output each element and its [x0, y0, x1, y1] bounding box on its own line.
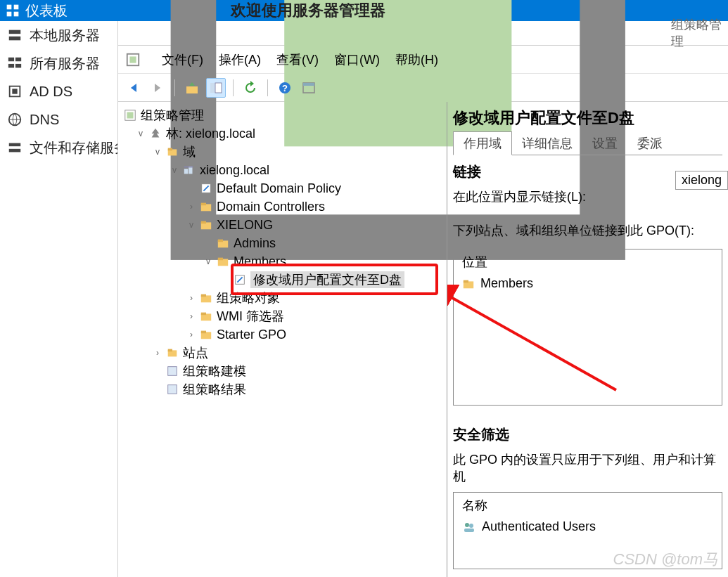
- spacer: [152, 365, 163, 377]
- nav-label: 所有服务器: [30, 54, 100, 73]
- tree-forest[interactable]: 林: xielong.local: [166, 125, 255, 142]
- expander-icon[interactable]: ›: [186, 201, 197, 212]
- forward-button[interactable]: [148, 78, 167, 98]
- location-list[interactable]: 位置 Members: [453, 249, 722, 406]
- svg-rect-5: [9, 37, 21, 41]
- left-nav: 本地服务器 所有服务器 AD DS DNS 文件和存储服务: [0, 21, 118, 577]
- tree-ou-members[interactable]: Members: [234, 254, 286, 269]
- expander-icon[interactable]: v: [152, 146, 163, 157]
- svg-rect-30: [184, 169, 188, 174]
- expander-icon[interactable]: ›: [152, 347, 163, 358]
- nav-item-dns[interactable]: DNS: [0, 105, 117, 134]
- nav-item-all-servers[interactable]: 所有服务器: [0, 49, 117, 77]
- separator: [233, 79, 234, 96]
- svg-rect-8: [8, 64, 14, 68]
- tree-pane: 组策略管理 v 林: xielong.local v 域: [118, 102, 447, 577]
- menu-help[interactable]: 帮助(H): [395, 51, 438, 68]
- tree-results[interactable]: 组策略结果: [183, 381, 246, 398]
- help-icon: ?: [278, 81, 292, 95]
- svg-rect-20: [210, 83, 215, 93]
- tree-gpo-selected[interactable]: 修改域用户配置文件至D盘: [250, 271, 404, 288]
- up-button[interactable]: [182, 78, 202, 98]
- svg-rect-11: [12, 89, 17, 93]
- expander-icon[interactable]: v: [186, 219, 197, 231]
- help-button[interactable]: ?: [275, 78, 295, 98]
- svg-text:?: ?: [282, 83, 288, 93]
- nav-item-files[interactable]: 文件和存储服务: [0, 134, 117, 162]
- domain-icon: [183, 164, 196, 176]
- refresh-button[interactable]: [241, 78, 260, 98]
- menu-file[interactable]: 文件(F): [162, 51, 203, 68]
- nav-item-adds[interactable]: AD DS: [0, 77, 117, 105]
- nav-label: AD DS: [30, 84, 72, 100]
- tab-settings[interactable]: 设置: [582, 132, 627, 155]
- svg-rect-6: [8, 58, 14, 62]
- name-row[interactable]: Authenticated Users: [454, 518, 722, 536]
- window-title: 组策略管理: [671, 16, 728, 50]
- gpo-link-icon: [234, 273, 246, 286]
- expander-icon[interactable]: v: [169, 164, 180, 176]
- menu-window[interactable]: 窗口(W): [334, 51, 380, 68]
- tab-details[interactable]: 详细信息: [512, 132, 582, 155]
- svg-rect-37: [201, 221, 206, 224]
- nav-label: 文件和存储服务: [30, 138, 117, 157]
- tree-starter-gpo[interactable]: Starter GPO: [217, 328, 286, 342]
- tab-scope[interactable]: 作用域: [453, 131, 512, 155]
- expander-icon[interactable]: v: [203, 256, 214, 267]
- folder-icon: [200, 310, 212, 323]
- tree-ou-xielong[interactable]: XIELONG: [217, 218, 273, 233]
- svg-rect-3: [14, 12, 19, 17]
- menu-action[interactable]: 操作(A): [219, 51, 261, 68]
- tree-default-policy[interactable]: Default Domain Policy: [217, 181, 341, 196]
- tree-gpo-objects[interactable]: 组策略对象: [217, 290, 280, 306]
- tab-delegation[interactable]: 委派: [627, 132, 672, 155]
- window-button[interactable]: [299, 78, 319, 98]
- sites-icon: [166, 346, 179, 359]
- show-links-label: 在此位置内显示链接(L):: [453, 188, 722, 205]
- svg-rect-50: [168, 349, 172, 352]
- svg-rect-4: [9, 30, 21, 34]
- titlebar-label: 仪表板: [25, 1, 68, 20]
- window-titlebar: 组策略管理: [118, 21, 728, 46]
- nav-item-local-server[interactable]: 本地服务器: [0, 21, 117, 49]
- arrow-right-icon: [151, 81, 165, 95]
- svg-rect-2: [7, 12, 12, 17]
- ou-icon: [200, 200, 212, 213]
- tree-wmi-filters[interactable]: WMI 筛选器: [217, 308, 284, 325]
- location-header: 位置: [454, 249, 722, 275]
- nav-label: DNS: [30, 112, 59, 128]
- sec-filter-text: 此 GPO 内的设置只应用于下列组、用户和计算机: [453, 451, 722, 485]
- spacer: [219, 274, 231, 285]
- expander-icon[interactable]: ›: [186, 311, 197, 322]
- tree-modeling[interactable]: 组策略建模: [183, 363, 246, 380]
- tree-root[interactable]: 组策略管理: [141, 107, 204, 124]
- tree-domain-controllers[interactable]: Domain Controllers: [217, 200, 325, 214]
- svg-rect-18: [129, 56, 136, 63]
- svg-rect-14: [9, 149, 21, 153]
- name-value: Authenticated Users: [482, 519, 596, 534]
- detail-title: 修改域用户配置文件至D盘: [453, 105, 722, 133]
- svg-point-56: [469, 524, 473, 528]
- svg-rect-29: [168, 148, 172, 151]
- server-icon: [7, 27, 23, 43]
- tree-ou-admins[interactable]: Admins: [234, 236, 276, 251]
- dns-icon: [7, 112, 23, 127]
- tree-domains[interactable]: 域: [183, 143, 196, 160]
- sec-filter-title: 安全筛选: [453, 425, 722, 444]
- expander-icon[interactable]: v: [135, 128, 146, 139]
- svg-rect-44: [201, 294, 206, 297]
- location-row[interactable]: Members: [454, 275, 722, 292]
- location-dropdown[interactable]: xielong: [675, 171, 728, 190]
- folder-up-icon: [185, 81, 199, 95]
- adds-icon: [7, 84, 23, 99]
- back-button[interactable]: [124, 78, 143, 98]
- tree-domain[interactable]: xielong.local: [200, 163, 269, 178]
- tree-view-button[interactable]: [206, 78, 226, 98]
- links-text: 下列站点、域和组织单位链接到此 GPO(T):: [453, 222, 722, 239]
- menu-view[interactable]: 查看(V): [276, 51, 319, 68]
- expander-icon[interactable]: ›: [186, 292, 197, 304]
- expander-icon[interactable]: ›: [186, 329, 197, 340]
- name-list[interactable]: 名称 Authenticated Users: [453, 492, 722, 569]
- tree-sites[interactable]: 站点: [183, 344, 208, 361]
- separator: [267, 79, 268, 96]
